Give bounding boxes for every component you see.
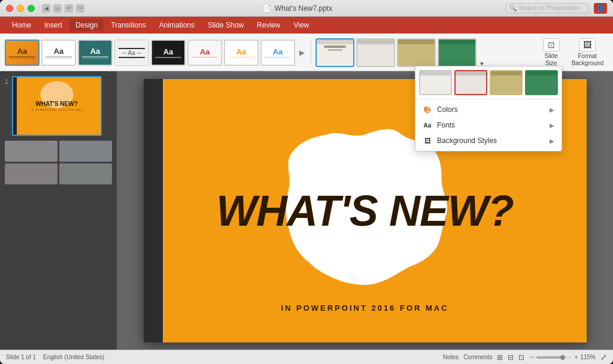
zoom-level: 115% <box>580 354 596 360</box>
slide-panel-extras <box>5 141 112 184</box>
variant-thumb-4[interactable] <box>438 38 477 67</box>
format-bg-icon: 🖼 <box>579 38 596 51</box>
format-background-button[interactable]: 🖼 FormatBackground <box>567 36 608 69</box>
dd-theme-4[interactable] <box>525 70 558 95</box>
window-title: What's New7.pptx <box>275 4 332 13</box>
slide-size-button[interactable]: ⊡ SlideSize <box>538 36 565 69</box>
dropdown-popup: 🎨 Colors ▶ Aa Fonts ▶ 🖼 Background Style… <box>415 66 562 151</box>
dropdown-menu-items: 🎨 Colors ▶ Aa Fonts ▶ 🖼 Background Style… <box>415 99 562 151</box>
zoom-handle[interactable] <box>560 355 565 360</box>
slide-size-label: SlideSize <box>545 53 558 67</box>
theme-thumb-6[interactable]: Aa <box>187 40 222 66</box>
menu-home[interactable]: Home <box>6 19 37 31</box>
theme-thumb-3[interactable]: Aa <box>78 40 113 66</box>
traffic-lights <box>6 5 35 12</box>
dd-theme-1[interactable] <box>419 70 452 95</box>
view-presenter-icon[interactable]: ⊡ <box>518 353 524 362</box>
titlebar: ◀ ▶ ↩ ↪ 📄 What's New7.pptx 🔍 Search in P… <box>0 0 613 17</box>
dd-colors-label: Colors <box>437 105 458 114</box>
variant-thumb-3[interactable] <box>397 38 436 67</box>
slide-main-title: WHAT'S NEW? <box>216 186 514 235</box>
slide-info: Slide 1 of 1 <box>6 354 36 360</box>
back-icon[interactable]: ◀ <box>42 4 50 13</box>
dd-theme-3[interactable] <box>490 70 523 95</box>
zoom-out-button[interactable]: ─ <box>529 354 533 360</box>
slide-number: 1 <box>5 76 8 136</box>
view-normal-icon[interactable]: ⊞ <box>497 353 503 362</box>
theme-scroll-right[interactable]: ▶ <box>297 41 306 65</box>
fonts-icon: Aa <box>423 120 432 130</box>
maximize-button[interactable] <box>28 5 35 12</box>
zoom-in-button[interactable]: + <box>575 354 578 360</box>
dropdown-themes-row <box>415 66 562 99</box>
extra-thumb-2 <box>59 141 112 162</box>
theme-thumb-5[interactable]: Aa <box>151 40 186 66</box>
close-button[interactable] <box>6 5 13 12</box>
dd-fonts-label: Fonts <box>437 121 455 129</box>
theme-thumb-7[interactable]: Aa <box>224 40 259 66</box>
menu-slideshow[interactable]: Slide Show <box>202 19 250 31</box>
variant-thumb-1[interactable] <box>315 38 354 67</box>
slide-subtitle: IN POWERPOINT 2016 FOR MAC <box>281 304 448 313</box>
theme-thumb-1[interactable]: Aa <box>5 40 40 66</box>
titlebar-center: 📄 What's New7.pptx <box>89 4 505 13</box>
undo-icon[interactable]: ↩ <box>65 4 73 13</box>
menu-transitions[interactable]: Transitions <box>105 19 151 31</box>
extra-thumb-4 <box>59 163 112 184</box>
ribbon: Aa Aa Aa ─ Aa ─ <box>0 34 613 71</box>
extra-thumb-3 <box>5 163 57 184</box>
background-icon: 🖼 <box>423 136 432 145</box>
slide-list: 1 WHAT'S NEW? IN POWERPOINT 2016 FOR MAC <box>5 76 112 136</box>
zoom-controls: ─ + 115% <box>529 354 596 360</box>
menubar: Home Insert Design Transitions Animation… <box>0 17 613 34</box>
fit-screen-icon[interactable]: ⤢ <box>600 353 607 362</box>
user-icon[interactable]: 👤 <box>594 3 607 14</box>
format-background-label: FormatBackground <box>572 53 603 67</box>
ribbon-right-actions: ⊡ SlideSize 🖼 FormatBackground <box>538 36 608 69</box>
colors-icon: 🎨 <box>423 105 432 114</box>
variant-thumb-2[interactable] <box>356 38 395 67</box>
notes-button[interactable]: Notes <box>443 354 459 360</box>
menu-insert[interactable]: Insert <box>38 19 68 31</box>
language-info: English (United States) <box>43 354 104 360</box>
dd-background-label: Background Styles <box>437 136 497 145</box>
statusbar: Slide 1 of 1 English (United States) Not… <box>0 350 613 364</box>
menu-review[interactable]: Review <box>251 19 286 31</box>
menu-view[interactable]: View <box>287 19 315 31</box>
colors-arrow: ▶ <box>550 107 554 113</box>
slide-size-icon: ⊡ <box>543 38 560 51</box>
view-grid-icon[interactable]: ⊟ <box>508 353 514 362</box>
forward-icon[interactable]: ▶ <box>53 4 62 13</box>
search-bar[interactable]: 🔍 Search in Presentation <box>505 3 589 13</box>
redo-icon[interactable]: ↪ <box>76 4 84 13</box>
menu-animations[interactable]: Animations <box>153 19 201 31</box>
dd-background-item[interactable]: 🖼 Background Styles ▶ <box>415 133 562 148</box>
theme-thumb-4[interactable]: ─ Aa ─ <box>114 40 149 66</box>
slide-thumbnail[interactable]: WHAT'S NEW? IN POWERPOINT 2016 FOR MAC <box>12 76 102 136</box>
theme-thumb-8[interactable]: Aa <box>260 40 295 66</box>
fonts-arrow: ▶ <box>550 122 554 129</box>
comments-button[interactable]: Comments <box>463 354 492 360</box>
slide-left-strip <box>144 79 163 342</box>
minimize-button[interactable] <box>17 5 24 12</box>
search-placeholder: Search in Presentation <box>519 5 579 11</box>
dd-theme-2[interactable] <box>454 70 487 95</box>
extra-thumb-1 <box>5 141 57 162</box>
menu-design[interactable]: Design <box>69 19 104 31</box>
background-arrow: ▶ <box>550 138 554 144</box>
slide-panel: 1 WHAT'S NEW? IN POWERPOINT 2016 FOR MAC <box>0 71 117 350</box>
dd-colors-item[interactable]: 🎨 Colors ▶ <box>415 102 562 117</box>
dd-fonts-item[interactable]: Aa Fonts ▶ <box>415 117 562 133</box>
file-icon: 📄 <box>262 4 271 13</box>
statusbar-right: Notes Comments ⊞ ⊟ ⊡ ─ + 115% ⤢ <box>443 353 607 362</box>
theme-thumb-2[interactable]: Aa <box>41 40 76 66</box>
search-icon: 🔍 <box>509 5 517 11</box>
app-window: ◀ ▶ ↩ ↪ 📄 What's New7.pptx 🔍 Search in P… <box>0 0 613 364</box>
titlebar-right: 🔍 Search in Presentation 👤 <box>505 3 607 14</box>
zoom-slider[interactable] <box>536 356 572 359</box>
